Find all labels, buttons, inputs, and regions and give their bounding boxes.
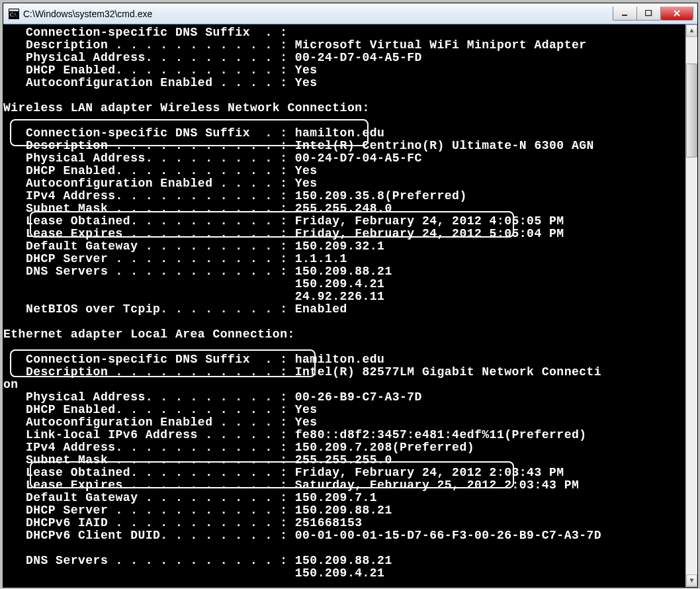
console-line: Description . . . . . . . . . . . : Inte… bbox=[3, 140, 685, 152]
console-line: DHCP Server . . . . . . . . . . . : 150.… bbox=[3, 504, 685, 517]
client-area: Connection-specific DNS Suffix . : Descr… bbox=[3, 24, 697, 587]
console-line: Ethernet adapter Local Area Connection: bbox=[3, 328, 685, 341]
console-line: Autoconfiguration Enabled . . . . : Yes bbox=[3, 177, 685, 190]
console-output[interactable]: Connection-specific DNS Suffix . : Descr… bbox=[3, 24, 685, 587]
console-line: Connection-specific DNS Suffix . : hamil… bbox=[3, 353, 685, 366]
console-line: Connection-specific DNS Suffix . : bbox=[3, 26, 685, 39]
console-line: IPv4 Address. . . . . . . . . . . : 150.… bbox=[3, 190, 685, 203]
app-icon: C:\ bbox=[9, 9, 19, 19]
console-line: Connection-specific DNS Suffix . : hamil… bbox=[3, 127, 685, 140]
console-line: Physical Address. . . . . . . . . : 00-2… bbox=[3, 391, 685, 404]
console-line: Subnet Mask . . . . . . . . . . . : 255.… bbox=[3, 203, 685, 215]
scroll-track[interactable] bbox=[686, 37, 697, 574]
console-line: Lease Expires . . . . . . . . . . : Satu… bbox=[3, 479, 685, 492]
console-line: DNS Servers . . . . . . . . . . . : 150.… bbox=[3, 555, 685, 567]
console-line: DHCPv6 Client DUID. . . . . . . . : 00-0… bbox=[3, 529, 685, 542]
console-line: DHCP Enabled. . . . . . . . . . . : Yes bbox=[3, 404, 685, 416]
console-line: Autoconfiguration Enabled . . . . : Yes bbox=[3, 77, 685, 89]
window-title: C:\Windows\system32\cmd.exe bbox=[23, 9, 152, 19]
scroll-down-button[interactable]: ▼ bbox=[686, 574, 697, 587]
console-line: DNS Servers . . . . . . . . . . . : 150.… bbox=[3, 265, 685, 278]
console-line bbox=[3, 542, 685, 555]
chevron-down-icon: ▼ bbox=[689, 577, 693, 584]
scroll-thumb[interactable] bbox=[686, 64, 697, 158]
svg-rect-4 bbox=[646, 10, 652, 15]
console-line: IPv4 Address. . . . . . . . . . . : 150.… bbox=[3, 441, 685, 454]
console-line: 150.209.4.21 bbox=[3, 278, 685, 291]
console-line: DHCPv6 IAID . . . . . . . . . . . : 2516… bbox=[3, 517, 685, 529]
title-bar[interactable]: C:\ C:\Windows\system32\cmd.exe bbox=[3, 3, 697, 24]
console-line: Default Gateway . . . . . . . . . : 150.… bbox=[3, 240, 685, 253]
svg-rect-3 bbox=[622, 15, 627, 16]
console-line: DHCP Server . . . . . . . . . . . : 1.1.… bbox=[3, 253, 685, 265]
console-line: Lease Obtained. . . . . . . . . . : Frid… bbox=[3, 215, 685, 228]
console-line: Description . . . . . . . . . . . : Micr… bbox=[3, 39, 685, 52]
chevron-up-icon: ▲ bbox=[689, 27, 693, 34]
console-line: Lease Expires . . . . . . . . . . : Frid… bbox=[3, 228, 685, 240]
console-line: Link-local IPv6 Address . . . . . : fe80… bbox=[3, 429, 685, 441]
console-line: Wireless LAN adapter Wireless Network Co… bbox=[3, 102, 685, 114]
console-line bbox=[3, 89, 685, 102]
svg-text:C:\: C:\ bbox=[10, 12, 17, 18]
close-button[interactable] bbox=[660, 7, 693, 21]
cmd-window: C:\ C:\Windows\system32\cmd.exe Connecti… bbox=[3, 3, 698, 588]
console-line: Autoconfiguration Enabled . . . . : Yes bbox=[3, 416, 685, 429]
console-line: DHCP Enabled. . . . . . . . . . . : Yes bbox=[3, 64, 685, 77]
console-line: DHCP Enabled. . . . . . . . . . . : Yes bbox=[3, 165, 685, 177]
maximize-button[interactable] bbox=[636, 7, 661, 21]
console-line: NetBIOS over Tcpip. . . . . . . . : Enab… bbox=[3, 303, 685, 316]
console-line: Lease Obtained. . . . . . . . . . : Frid… bbox=[3, 467, 685, 479]
minimize-button[interactable] bbox=[613, 7, 637, 21]
console-line: Physical Address. . . . . . . . . : 00-2… bbox=[3, 52, 685, 64]
console-line bbox=[3, 341, 685, 353]
console-line bbox=[3, 114, 685, 127]
console-line: 150.209.4.21 bbox=[3, 567, 685, 580]
console-line: Default Gateway . . . . . . . . . : 150.… bbox=[3, 492, 685, 504]
console-line: Description . . . . . . . . . . . : Inte… bbox=[3, 366, 685, 379]
console-line: 24.92.226.11 bbox=[3, 291, 685, 303]
vertical-scrollbar[interactable]: ▲ ▼ bbox=[685, 24, 697, 587]
console-line: Physical Address. . . . . . . . . : 00-2… bbox=[3, 152, 685, 165]
console-line: Subnet Mask . . . . . . . . . . . : 255.… bbox=[3, 454, 685, 467]
console-line: on bbox=[3, 379, 685, 391]
console-line bbox=[3, 316, 685, 328]
scroll-up-button[interactable]: ▲ bbox=[686, 24, 697, 37]
svg-rect-1 bbox=[9, 9, 19, 11]
